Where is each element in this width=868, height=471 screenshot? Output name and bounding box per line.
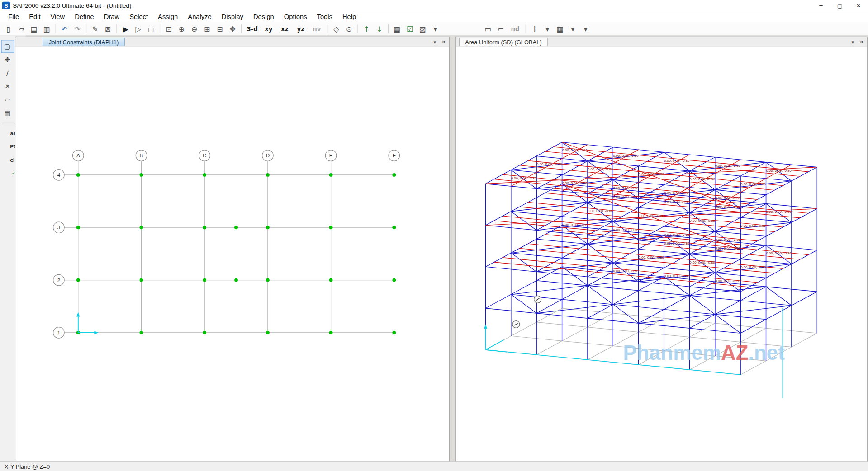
zoom-previous-button[interactable]: ⊟ — [214, 23, 226, 35]
plan-view-canvas[interactable]: ABCDEF4321 — [15, 47, 448, 461]
zoom-full-button[interactable]: ⊞ — [201, 23, 213, 35]
svg-text:0.00, 0.00, -0.80: 0.00, 0.00, -0.80 — [690, 219, 715, 223]
menu-item-design[interactable]: Design — [248, 12, 279, 22]
right-pane-tabbar: Area Uniform (SD) (GLOBAL) ▾✕ — [456, 37, 867, 47]
sap2000-window: S SAP2000 v23.2.0 Ultimate 64-bit - (Unt… — [0, 0, 868, 471]
display-options-button[interactable]: ▦ — [391, 23, 403, 35]
assign-display-button[interactable]: ▨ — [417, 23, 429, 35]
close-button[interactable]: ✕ — [849, 0, 868, 11]
svg-text:D: D — [266, 152, 270, 158]
menu-item-file[interactable]: File — [3, 12, 24, 22]
view-xy-button[interactable]: xy — [261, 23, 276, 35]
edit-button[interactable]: ✎ — [89, 23, 101, 35]
save-file-button[interactable]: ▤ — [28, 23, 40, 35]
main-toolbar: ▯▱▤▥↶↷✎⊠▶▷◻⊡⊕⊖⊞⊟✥3-dxyxzyznv◇⊙↑↓▦☑▨▾▭⌐nd… — [0, 22, 868, 36]
svg-text:0.00, 0.00, -0.80: 0.00, 0.00, -0.80 — [613, 228, 638, 232]
maximize-button[interactable]: ▢ — [830, 0, 849, 11]
pan-button[interactable]: ✥ — [227, 23, 238, 35]
redo-button[interactable]: ↷ — [71, 23, 83, 35]
view-yz-button[interactable]: yz — [293, 23, 308, 35]
move-up-level-button[interactable]: ↑ — [361, 23, 373, 35]
menu-item-edit[interactable]: Edit — [24, 12, 45, 22]
run-step-button[interactable]: ▷ — [133, 23, 144, 35]
menu-bar: FileEditViewDefineDrawSelectAssignAnalyz… — [0, 11, 868, 23]
plan-view-window: Joint Constraints (DIAPH1) ▾✕ ABCDEF4321 — [15, 37, 450, 462]
svg-text:3: 3 — [57, 224, 60, 230]
menu-item-display[interactable]: Display — [217, 12, 248, 22]
draw-poly-area-tool[interactable]: ▱ — [1, 93, 14, 106]
view-3d-button[interactable]: 3-d — [244, 23, 260, 35]
snap-angle-button[interactable]: ⌐ — [495, 23, 507, 35]
frame-section-button[interactable]: I — [529, 23, 541, 35]
window-controls: ─▢✕ — [811, 0, 868, 11]
quick-draw-braces-tool[interactable]: ✕ — [1, 80, 14, 93]
lock-model-button[interactable]: ⊠ — [102, 23, 114, 35]
tab-area-uniform[interactable]: Area Uniform (SD) (GLOBAL) — [459, 38, 548, 46]
menu-item-options[interactable]: Options — [279, 12, 312, 22]
nd-label[interactable]: nd — [508, 23, 523, 35]
reshape-tool[interactable]: ✥ — [1, 53, 14, 66]
menu-item-analyze[interactable]: Analyze — [183, 12, 216, 22]
window-title: SAP2000 v23.2.0 Ultimate 64-bit - (Untit… — [13, 2, 131, 9]
menu-item-select[interactable]: Select — [124, 12, 153, 22]
menu-item-view[interactable]: View — [46, 12, 70, 22]
model-3d-window: Area Uniform (SD) (GLOBAL) ▾✕ 0.00, 0.00… — [455, 37, 867, 462]
print-button[interactable]: ▥ — [41, 23, 53, 35]
more-tools-dropdown[interactable]: ▾ — [580, 23, 592, 35]
svg-text:0.00, 0.00, -0.80: 0.00, 0.00, -0.80 — [639, 172, 664, 176]
zoom-out-button[interactable]: ⊖ — [189, 23, 200, 35]
display-more-button[interactable]: ▾ — [430, 23, 441, 35]
show-checked-button[interactable]: ☑ — [404, 23, 416, 35]
right-pane-close-button[interactable]: ✕ — [858, 38, 865, 45]
menu-item-define[interactable]: Define — [70, 12, 99, 22]
toolbar-separator — [160, 24, 160, 33]
svg-text:0.00, 0.00, -0.80: 0.00, 0.00, -0.80 — [664, 191, 689, 195]
move-down-level-button[interactable]: ↓ — [374, 23, 385, 35]
svg-text:0.00, 0.00, -0.80: 0.00, 0.00, -0.80 — [664, 233, 689, 237]
show-model-button[interactable]: ◻ — [145, 23, 157, 35]
object-shrink-button[interactable]: ⊙ — [343, 23, 355, 35]
svg-text:0.00, 0.00, -0.80: 0.00, 0.00, -0.80 — [588, 209, 613, 213]
right-pane-menu-button[interactable]: ▾ — [849, 38, 856, 45]
draw-frame-tool[interactable]: ∕ — [1, 66, 14, 80]
svg-text:0.00, 0.00, -0.80: 0.00, 0.00, -0.80 — [613, 269, 638, 273]
run-analysis-button[interactable]: ▶ — [120, 23, 132, 35]
draw-frame-button[interactable]: ▭ — [482, 23, 494, 35]
quick-draw-area-tool[interactable]: ▦ — [1, 106, 14, 119]
area-section-button[interactable]: ▦ — [555, 23, 566, 35]
view-xz-button[interactable]: xz — [277, 23, 292, 35]
svg-text:0.00, 0.00, -0.80: 0.00, 0.00, -0.80 — [562, 223, 588, 227]
select-rect-tool[interactable]: ▢ — [1, 40, 14, 53]
svg-text:0.00, 0.00, -0.80: 0.00, 0.00, -0.80 — [613, 186, 638, 190]
menu-item-draw[interactable]: Draw — [99, 12, 124, 22]
view-nv-button[interactable]: nv — [309, 23, 324, 35]
undo-button[interactable]: ↶ — [59, 23, 71, 35]
area-section-dropdown[interactable]: ▾ — [567, 23, 579, 35]
menu-item-tools[interactable]: Tools — [312, 12, 337, 22]
left-pane-tabbar: Joint Constraints (DIAPH1) ▾✕ — [15, 37, 449, 47]
joint-annotation-markers — [512, 296, 541, 328]
model-3d-canvas[interactable]: 0.00, 0.00, -0.800.00, 0.00, -0.800.00, … — [456, 47, 867, 461]
minimize-button[interactable]: ─ — [811, 0, 830, 11]
status-bar: X-Y Plane @ Z=0 — [0, 461, 868, 471]
joint-dots — [76, 173, 396, 334]
svg-text:0.00, 0.00, -0.80: 0.00, 0.00, -0.80 — [613, 195, 638, 199]
svg-text:0.00, 0.00, -0.80: 0.00, 0.00, -0.80 — [639, 255, 664, 259]
frame-section-dropdown[interactable]: ▾ — [541, 23, 553, 35]
new-model-button[interactable]: ▯ — [3, 23, 14, 35]
rubber-band-zoom-button[interactable]: ⊡ — [163, 23, 175, 35]
menu-item-assign[interactable]: Assign — [153, 12, 183, 22]
perspective-toggle-button[interactable]: ◇ — [330, 23, 342, 35]
zoom-in-button[interactable]: ⊕ — [175, 23, 187, 35]
svg-text:0.00, 0.00, -0.80: 0.00, 0.00, -0.80 — [664, 159, 689, 163]
open-file-button[interactable]: ▱ — [15, 23, 27, 35]
left-pane-menu-button[interactable]: ▾ — [431, 38, 438, 45]
tab-joint-constraints[interactable]: Joint Constraints (DIAPH1) — [43, 38, 124, 46]
watermark: PhanmemAZ.net — [623, 341, 785, 364]
menu-item-help[interactable]: Help — [337, 12, 361, 22]
svg-text:E: E — [329, 152, 333, 158]
svg-text:0.00, 0.00, -0.80: 0.00, 0.00, -0.80 — [715, 246, 740, 250]
status-text: X-Y Plane @ Z=0 — [5, 463, 50, 470]
left-pane-close-button[interactable]: ✕ — [440, 38, 447, 45]
svg-text:0.00, 0.00, -0.80: 0.00, 0.00, -0.80 — [766, 210, 792, 214]
